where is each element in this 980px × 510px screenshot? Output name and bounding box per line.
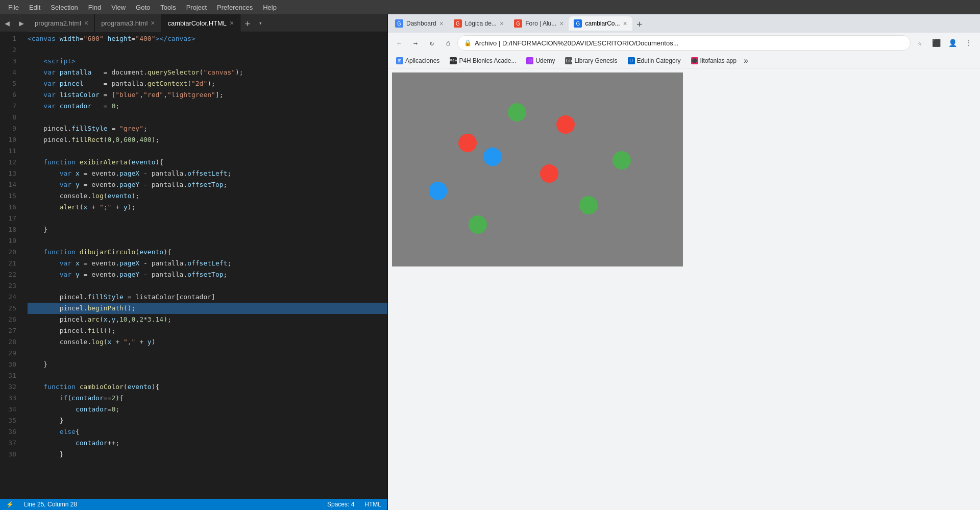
browser-tab-close[interactable]: × — [439, 19, 444, 28]
menu-file[interactable]: File — [4, 3, 23, 12]
browser-new-tab-button[interactable]: + — [632, 16, 647, 31]
browser-tab-dashboard[interactable]: G Dashboard × — [390, 16, 449, 31]
bookmark-library-genesis[interactable]: Lib Library Genesis — [561, 56, 621, 65]
bookmark-favicon: ⊞ — [396, 57, 403, 64]
browser-tab-close[interactable]: × — [559, 19, 564, 28]
close-tab-icon[interactable]: × — [84, 19, 88, 27]
browser-back-button[interactable]: ← — [392, 36, 406, 50]
status-spaces: Spaces: 4 — [327, 501, 354, 508]
line-numbers: 1234567891011121314151617181920212223242… — [0, 32, 21, 499]
menu-goto[interactable]: Goto — [132, 3, 154, 12]
editor-tab-cambiarcolor[interactable]: cambiarColor.HTML × — [161, 14, 240, 32]
status-language: HTML — [364, 501, 381, 508]
browser-nav-bar: ← → ↻ ⌂ 🔒 Archivo | D:/INFORMACION%20DAV… — [388, 33, 980, 53]
canvas-display-area — [388, 68, 980, 510]
canvas-circle — [483, 148, 502, 166]
bookmark-udemy[interactable]: U Udemy — [522, 56, 559, 65]
bookmark-label: Udemy — [535, 57, 555, 64]
editor-tab-programa3[interactable]: programa3.html × — [95, 14, 161, 32]
canvas-circle — [612, 151, 631, 169]
address-text: Archivo | D:/INFORMACION%20DAVID/ESCRITO… — [475, 39, 904, 47]
html-canvas — [392, 72, 683, 266]
menu-preferences[interactable]: Preferences — [213, 3, 257, 12]
browser-panel: G Dashboard × G Lógica de... × G Foro | … — [388, 14, 980, 510]
tab-label: cambiarCo... — [585, 20, 620, 27]
tab-label: Foro | Alu... — [525, 20, 556, 27]
canvas-circle — [508, 103, 526, 122]
browser-chrome: G Dashboard × G Lógica de... × G Foro | … — [388, 14, 980, 68]
editor-tab-bar: ◀ ▶ programa2.html × programa3.html × ca… — [0, 14, 387, 32]
browser-tab-close[interactable]: × — [623, 19, 627, 28]
bookmark-favicon: P4H — [450, 57, 457, 64]
tab-favicon: G — [514, 19, 522, 28]
bookmark-favicon: U — [526, 57, 533, 64]
browser-tab-foro[interactable]: G Foro | Alu... × — [509, 16, 569, 31]
bookmark-label: Aplicaciones — [405, 57, 439, 64]
browser-menu-button[interactable]: ⋮ — [962, 36, 976, 50]
tab-dropdown-button[interactable]: ▾ — [255, 14, 266, 32]
tab-nav-left[interactable]: ◀ — [0, 14, 14, 32]
bookmark-favicon: U — [628, 57, 635, 64]
menu-tools[interactable]: Tools — [156, 3, 180, 12]
tab-label: cambiarColor.HTML — [167, 19, 227, 27]
tab-label: programa3.html — [101, 19, 148, 27]
close-tab-icon[interactable]: × — [151, 19, 155, 27]
status-right: Spaces: 4 HTML — [327, 501, 381, 508]
bookmark-p4h[interactable]: P4H P4H Bionics Acade... — [446, 56, 520, 65]
bookmark-label: Edutin Category — [637, 57, 681, 64]
status-line-col: Line 25, Column 28 — [24, 501, 77, 508]
close-tab-icon[interactable]: × — [230, 19, 234, 27]
browser-profile-button[interactable]: 👤 — [945, 36, 960, 50]
canvas-circle — [540, 164, 558, 183]
bookmark-label: P4H Bionics Acade... — [459, 57, 516, 64]
browser-home-button[interactable]: ⌂ — [441, 36, 455, 50]
menu-help[interactable]: Help — [259, 3, 281, 12]
canvas-circle — [579, 196, 598, 214]
browser-tab-cambiar[interactable]: G cambiarCo... × — [569, 16, 632, 31]
tab-label: Dashboard — [406, 20, 436, 27]
main-area: ◀ ▶ programa2.html × programa3.html × ca… — [0, 14, 980, 510]
menu-selection[interactable]: Selection — [46, 3, 82, 12]
status-lightning-icon: ⚡ — [6, 501, 14, 508]
tab-label: Lógica de... — [465, 20, 497, 27]
bookmark-favicon: ⚫ — [691, 57, 698, 64]
browser-forward-button[interactable]: → — [408, 36, 423, 50]
canvas-circle — [469, 215, 487, 234]
bookmark-favicon: Lib — [565, 57, 572, 64]
canvas-circle — [429, 182, 447, 200]
tab-nav-right[interactable]: ▶ — [14, 14, 29, 32]
bookmark-iitofanias[interactable]: ⚫ Iitofanias app — [687, 56, 741, 65]
browser-tab-close[interactable]: × — [500, 19, 504, 28]
bookmark-aplicaciones[interactable]: ⊞ Aplicaciones — [392, 56, 444, 65]
tab-favicon: G — [395, 19, 403, 28]
editor-tab-programa2[interactable]: programa2.html × — [29, 14, 95, 32]
status-bar: ⚡ Line 25, Column 28 Spaces: 4 HTML — [0, 499, 387, 510]
bookmark-label: Library Genesis — [574, 57, 617, 64]
bookmark-edutin[interactable]: U Edutin Category — [624, 56, 685, 65]
bookmarks-bar: ⊞ Aplicaciones P4H P4H Bionics Acade... … — [388, 53, 980, 68]
canvas-circle — [458, 134, 477, 152]
bookmarks-more-button[interactable]: » — [744, 56, 748, 65]
code-lines[interactable]: <canvas width="600" height="400"></canva… — [21, 32, 387, 499]
menu-project[interactable]: Project — [182, 3, 211, 12]
browser-tabs-bar: G Dashboard × G Lógica de... × G Foro | … — [388, 14, 980, 33]
address-lock-icon: 🔒 — [464, 39, 472, 46]
menu-find[interactable]: Find — [84, 3, 105, 12]
browser-bookmark-star[interactable]: ☆ — [913, 36, 927, 50]
browser-refresh-button[interactable]: ↻ — [425, 36, 439, 50]
menu-edit[interactable]: Edit — [25, 3, 44, 12]
code-content-area[interactable]: 1234567891011121314151617181920212223242… — [0, 32, 387, 499]
menu-bar: File Edit Selection Find View Goto Tools… — [0, 0, 980, 14]
new-tab-button[interactable]: + — [240, 14, 255, 32]
menu-view[interactable]: View — [107, 3, 130, 12]
address-bar[interactable]: 🔒 Archivo | D:/INFORMACION%20DAVID/ESCRI… — [457, 35, 911, 51]
tab-label: programa2.html — [35, 19, 81, 27]
browser-cast-button[interactable]: ⬛ — [929, 36, 943, 50]
bookmark-label: Iitofanias app — [700, 57, 737, 64]
tab-favicon: G — [454, 19, 462, 28]
code-editor: ◀ ▶ programa2.html × programa3.html × ca… — [0, 14, 388, 510]
tab-favicon: G — [574, 19, 582, 28]
canvas-circle — [556, 115, 575, 134]
browser-tab-logica[interactable]: G Lógica de... × — [449, 16, 509, 31]
